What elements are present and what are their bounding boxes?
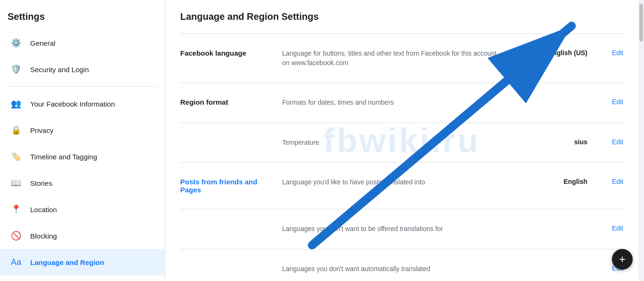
sidebar-item-your-facebook-info[interactable]: 👥Your Facebook Information <box>0 91 165 117</box>
row-value-posts-from-friends: English <box>512 170 587 193</box>
sidebar-item-privacy[interactable]: 🔒Privacy <box>0 117 165 143</box>
sidebar-item-label-general: General <box>30 39 55 47</box>
settings-row-no-auto-translate: Languages you don't want automatically t… <box>180 249 623 281</box>
main-content: fbwiki.ru Language and Region Settings F… <box>165 0 638 281</box>
row-desc-posts-from-friends: Language you'd like to have posts transl… <box>282 170 504 195</box>
row-action-region-format: Edit <box>595 91 623 113</box>
sidebar-item-label-security-login: Security and Login <box>30 66 89 74</box>
sidebar-divider <box>8 86 157 87</box>
row-action-facebook-language: Edit <box>595 41 623 64</box>
stories-icon: 📖 <box>8 174 25 191</box>
row-value-no-translation-offers <box>512 217 587 232</box>
row-label-temperature <box>180 131 275 146</box>
sidebar-title: Settings <box>0 8 165 30</box>
settings-row-region-format: Region formatFormats for dates, times an… <box>180 83 623 123</box>
row-desc-region-format: Formats for dates, times and numbers <box>282 91 504 115</box>
sidebar: Settings ⚙️General🛡️Security and Login👥Y… <box>0 0 165 281</box>
sidebar-item-blocking[interactable]: 🚫Blocking <box>0 223 165 249</box>
sidebar-item-label-your-facebook-info: Your Facebook Information <box>30 100 115 108</box>
settings-row-posts-from-friends: Posts from friends and PagesLanguage you… <box>180 162 623 209</box>
row-action-no-translation-offers: Edit <box>595 217 623 240</box>
sidebar-item-language-region[interactable]: AaLanguage and Region <box>0 249 165 275</box>
sidebar-item-security-login[interactable]: 🛡️Security and Login <box>0 56 165 83</box>
sidebar-item-label-language-region: Language and Region <box>30 258 104 266</box>
row-desc-no-translation-offers: Languages you don't want to be offered t… <box>282 217 504 241</box>
fab-button[interactable]: + <box>612 249 633 270</box>
blocking-icon: 🚫 <box>8 227 25 244</box>
settings-row-no-translation-offers: Languages you don't want to be offered t… <box>180 209 623 249</box>
row-value-facebook-language: English (US) <box>512 41 587 64</box>
your-facebook-info-icon: 👥 <box>8 95 25 112</box>
sidebar-item-label-timeline-tagging: Timeline and Tagging <box>30 153 97 161</box>
page-title: Language and Region Settings <box>180 11 623 22</box>
sidebar-item-label-privacy: Privacy <box>30 126 53 134</box>
sidebar-item-location[interactable]: 📍Location <box>0 196 165 223</box>
row-value-region-format <box>512 91 587 106</box>
row-value-temperature: sius <box>512 131 587 153</box>
sidebar-item-general[interactable]: ⚙️General <box>0 30 165 56</box>
privacy-icon: 🔒 <box>8 122 25 139</box>
row-label-no-translation-offers <box>180 217 275 232</box>
row-action-temperature: Edit <box>595 131 623 153</box>
general-icon: ⚙️ <box>8 34 25 51</box>
row-value-no-auto-translate <box>512 257 587 272</box>
settings-rows: Facebook languageLanguage for buttons, t… <box>180 33 623 281</box>
scrollbar-track[interactable] <box>638 0 644 281</box>
settings-row-temperature: TemperaturesiusEdit <box>180 123 623 163</box>
sidebar-item-label-location: Location <box>30 206 57 214</box>
edit-link-facebook-language[interactable]: Edit <box>612 49 623 57</box>
sidebar-item-face-recognition[interactable]: 👤Face Recognition <box>0 275 165 281</box>
edit-link-temperature[interactable]: Edit <box>612 138 623 146</box>
row-label-region-format: Region format <box>180 91 275 114</box>
sidebar-item-stories[interactable]: 📖Stories <box>0 170 165 196</box>
edit-link-region-format[interactable]: Edit <box>612 98 623 106</box>
language-region-icon: Aa <box>8 254 25 271</box>
sidebar-item-timeline-tagging[interactable]: 🏷️Timeline and Tagging <box>0 143 165 170</box>
row-desc-no-auto-translate: Languages you don't want automatically t… <box>282 257 504 281</box>
location-icon: 📍 <box>8 201 25 218</box>
timeline-tagging-icon: 🏷️ <box>8 148 25 165</box>
row-desc-facebook-language: Language for buttons, titles and other t… <box>282 41 504 75</box>
row-label-facebook-language: Facebook language <box>180 41 275 65</box>
settings-row-facebook-language: Facebook languageLanguage for buttons, t… <box>180 33 623 83</box>
scrollbar-thumb[interactable] <box>639 4 643 41</box>
edit-link-posts-from-friends[interactable]: Edit <box>612 178 623 185</box>
security-login-icon: 🛡️ <box>8 61 25 78</box>
row-action-posts-from-friends: Edit <box>595 170 623 193</box>
row-label-posts-from-friends: Posts from friends and Pages <box>180 170 275 201</box>
sidebar-item-label-stories: Stories <box>30 179 52 187</box>
row-desc-temperature: Temperature <box>282 131 504 155</box>
edit-link-no-translation-offers[interactable]: Edit <box>612 224 623 232</box>
sidebar-item-label-blocking: Blocking <box>30 232 57 240</box>
row-label-no-auto-translate <box>180 257 275 272</box>
